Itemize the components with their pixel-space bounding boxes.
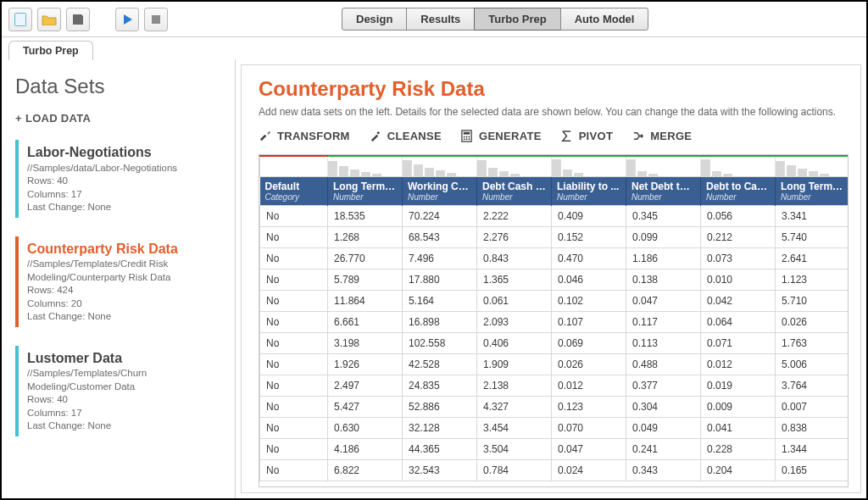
table-cell[interactable]: 0.212 [701,226,776,247]
table-cell[interactable]: 0.019 [701,375,776,396]
table-cell[interactable]: 0.304 [626,396,701,417]
table-cell[interactable]: 0.073 [701,247,776,269]
table-cell[interactable]: 2.276 [477,226,552,247]
table-cell[interactable]: No [260,353,328,375]
save-file-button[interactable] [66,8,90,31]
stop-button[interactable] [144,8,168,31]
column-header[interactable]: Long Term D...Number [776,176,849,205]
table-cell[interactable]: 3.504 [477,438,552,459]
table-cell[interactable]: 5.789 [328,269,403,290]
table-cell[interactable]: 44.365 [403,438,477,459]
table-row[interactable]: No1.92642.5281.9090.0260.4880.0125.0060.… [260,353,849,375]
column-header[interactable]: DefaultCategory [260,176,328,205]
table-cell[interactable]: 0.377 [626,375,701,396]
table-cell[interactable]: 0.107 [552,311,626,332]
table-cell[interactable]: 1.123 [776,269,849,290]
table-cell[interactable]: 0.113 [626,332,701,353]
table-cell[interactable]: 1.186 [626,247,701,269]
table-cell[interactable]: No [260,290,328,311]
table-row[interactable]: No18.53570.2242.2220.4090.3450.0563.3412… [260,205,849,226]
table-cell[interactable]: 0.488 [626,353,701,375]
table-cell[interactable]: No [260,396,328,417]
table-cell[interactable]: 0.165 [776,459,849,481]
table-cell[interactable]: 1.268 [328,226,403,247]
generate-button[interactable]: GENERATE [460,130,542,142]
table-row[interactable]: No3.198102.5580.4060.0690.1130.0711.7631… [260,332,849,353]
dataset-title[interactable]: Counterparty Risk Data [27,240,221,258]
table-row[interactable]: No5.78917.8801.3650.0460.1380.0101.1230.… [260,269,849,290]
column-header[interactable]: Net Debt to E...Number [626,176,701,205]
table-cell[interactable]: 0.007 [776,396,849,417]
table-cell[interactable]: 5.710 [776,290,849,311]
table-row[interactable]: No6.82232.5430.7840.0240.3430.2040.1651.… [260,459,849,481]
table-cell[interactable]: 0.069 [552,332,626,353]
table-cell[interactable]: 0.099 [626,226,701,247]
table-cell[interactable]: 1.344 [776,438,849,459]
table-cell[interactable]: 5.006 [776,353,849,375]
table-cell[interactable]: No [260,247,328,269]
table-row[interactable]: No1.26868.5432.2760.1520.0990.2125.7401.… [260,226,849,247]
table-cell[interactable]: 3.454 [477,417,552,438]
table-cell[interactable]: 0.409 [552,205,626,226]
table-cell[interactable]: 1.926 [328,353,403,375]
column-header[interactable]: Liability to ...Number [552,176,626,205]
cleanse-button[interactable]: CLEANSE [369,130,442,142]
table-cell[interactable]: 0.070 [552,417,626,438]
tab-results[interactable]: Results [406,8,475,31]
column-header[interactable]: Debt Cash Fl...Number [477,176,552,205]
tab-turbo-prep[interactable]: Turbo Prep [474,8,560,31]
table-cell[interactable]: 0.047 [552,438,626,459]
table-cell[interactable]: 11.864 [328,290,403,311]
table-cell[interactable]: 0.012 [701,353,776,375]
table-row[interactable]: No2.49724.8352.1380.0120.3770.0193.7640.… [260,375,849,396]
table-cell[interactable]: 2.138 [477,375,552,396]
table-cell[interactable]: 0.843 [477,247,552,269]
table-cell[interactable]: 0.009 [701,396,776,417]
table-cell[interactable]: 0.784 [477,459,552,481]
column-header[interactable]: Working Cap...Number [403,176,477,205]
table-cell[interactable]: 4.327 [477,396,552,417]
table-cell[interactable]: 2.641 [776,247,849,269]
table-cell[interactable]: No [260,205,328,226]
table-cell[interactable]: 0.047 [626,290,701,311]
table-cell[interactable]: 0.470 [552,247,626,269]
data-table-scroll[interactable]: DefaultCategoryLong Term F...NumberWorki… [259,154,849,487]
run-button[interactable] [115,8,139,31]
new-file-button[interactable] [8,8,32,31]
table-cell[interactable]: 0.406 [477,332,552,353]
dataset-item[interactable]: Counterparty Risk Data //Samples/Templat… [15,236,221,327]
table-cell[interactable]: 3.764 [776,375,849,396]
table-cell[interactable]: 42.528 [403,353,477,375]
table-cell[interactable]: 3.198 [328,332,403,353]
table-cell[interactable]: 6.822 [328,459,403,481]
table-cell[interactable]: 7.496 [403,247,477,269]
column-header[interactable]: Debt to Capit...Number [701,176,776,205]
table-cell[interactable]: 52.886 [403,396,477,417]
table-row[interactable]: No0.63032.1283.4540.0700.0490.0410.8380.… [260,417,849,438]
table-cell[interactable]: 16.898 [403,311,477,332]
table-cell[interactable]: 0.630 [328,417,403,438]
table-cell[interactable]: 32.543 [403,459,477,481]
table-cell[interactable]: 24.835 [403,375,477,396]
table-cell[interactable]: 0.117 [626,311,701,332]
table-cell[interactable]: 0.010 [701,269,776,290]
table-cell[interactable]: No [260,438,328,459]
table-cell[interactable]: 5.740 [776,226,849,247]
table-cell[interactable]: 2.093 [477,311,552,332]
table-cell[interactable]: 6.661 [328,311,403,332]
merge-button[interactable]: MERGE [632,130,692,142]
transform-button[interactable]: TRANSFORM [259,130,350,142]
table-cell[interactable]: 1.909 [477,353,552,375]
table-cell[interactable]: 0.046 [552,269,626,290]
table-row[interactable]: No4.18644.3653.5040.0470.2410.2281.3441.… [260,438,849,459]
load-data-button[interactable]: +LOAD DATA [15,112,221,125]
table-cell[interactable]: 1.763 [776,332,849,353]
table-cell[interactable]: 0.152 [552,226,626,247]
table-cell[interactable]: 0.041 [701,417,776,438]
table-cell[interactable]: 0.204 [701,459,776,481]
table-row[interactable]: No6.66116.8982.0930.1070.1170.0640.0260.… [260,311,849,332]
modal-tab-turbo-prep[interactable]: Turbo Prep [8,41,93,60]
table-cell[interactable]: 70.224 [403,205,477,226]
table-cell[interactable]: 17.880 [403,269,477,290]
dataset-item[interactable]: Labor-Negotiations //Samples/data/Labor-… [15,140,221,218]
